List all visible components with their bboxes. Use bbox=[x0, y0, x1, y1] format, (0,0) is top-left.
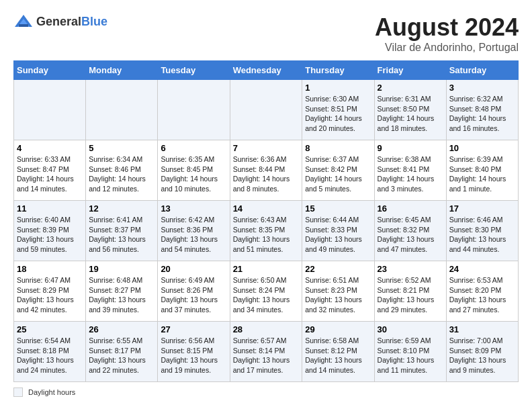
calendar-day-cell: 10Sunrise: 6:39 AMSunset: 8:40 PMDayligh… bbox=[446, 140, 518, 201]
day-of-week-header: Saturday bbox=[446, 61, 518, 80]
day-info: Sunrise: 6:49 AMSunset: 8:26 PMDaylight:… bbox=[161, 275, 226, 315]
calendar-week-row: 25Sunrise: 6:54 AMSunset: 8:18 PMDayligh… bbox=[14, 322, 519, 382]
day-of-week-header: Monday bbox=[86, 61, 158, 80]
day-info: Sunrise: 6:37 AMSunset: 8:42 PMDaylight:… bbox=[305, 154, 371, 194]
calendar-day-cell: 12Sunrise: 6:41 AMSunset: 8:37 PMDayligh… bbox=[86, 201, 158, 261]
day-info: Sunrise: 6:47 AMSunset: 8:29 PMDaylight:… bbox=[17, 275, 83, 315]
calendar-day-cell: 5Sunrise: 6:34 AMSunset: 8:46 PMDaylight… bbox=[86, 140, 158, 201]
day-info: Sunrise: 6:42 AMSunset: 8:36 PMDaylight:… bbox=[161, 215, 226, 255]
day-number: 28 bbox=[233, 324, 300, 334]
day-info: Sunrise: 6:36 AMSunset: 8:44 PMDaylight:… bbox=[233, 154, 300, 194]
day-number: 13 bbox=[161, 203, 226, 214]
logo-icon bbox=[13, 13, 34, 30]
legend-label: Daylight hours bbox=[28, 388, 75, 396]
calendar-day-cell: 19Sunrise: 6:48 AMSunset: 8:27 PMDayligh… bbox=[86, 261, 158, 322]
day-number: 14 bbox=[233, 203, 300, 214]
calendar-day-cell: 16Sunrise: 6:45 AMSunset: 8:32 PMDayligh… bbox=[374, 201, 446, 261]
day-info: Sunrise: 6:40 AMSunset: 8:39 PMDaylight:… bbox=[17, 215, 83, 255]
day-info: Sunrise: 6:31 AMSunset: 8:50 PMDaylight:… bbox=[378, 94, 443, 134]
day-of-week-header: Sunday bbox=[14, 61, 86, 80]
day-info: Sunrise: 6:57 AMSunset: 8:14 PMDaylight:… bbox=[233, 336, 300, 375]
day-number: 26 bbox=[89, 324, 154, 334]
calendar-day-cell: 3Sunrise: 6:32 AMSunset: 8:48 PMDaylight… bbox=[446, 80, 518, 140]
day-number: 2 bbox=[378, 83, 443, 93]
day-info: Sunrise: 6:45 AMSunset: 8:32 PMDaylight:… bbox=[378, 215, 443, 255]
day-number: 23 bbox=[378, 264, 443, 274]
day-info: Sunrise: 6:55 AMSunset: 8:17 PMDaylight:… bbox=[89, 336, 154, 375]
day-number: 19 bbox=[89, 264, 154, 274]
day-number: 15 bbox=[305, 203, 371, 214]
day-number: 8 bbox=[305, 143, 371, 153]
day-info: Sunrise: 6:44 AMSunset: 8:33 PMDaylight:… bbox=[305, 215, 371, 255]
day-info: Sunrise: 6:51 AMSunset: 8:23 PMDaylight:… bbox=[305, 275, 371, 315]
calendar-day-cell: 22Sunrise: 6:51 AMSunset: 8:23 PMDayligh… bbox=[302, 261, 374, 322]
day-of-week-header: Thursday bbox=[302, 61, 374, 80]
day-info: Sunrise: 6:38 AMSunset: 8:41 PMDaylight:… bbox=[378, 154, 443, 194]
day-info: Sunrise: 6:52 AMSunset: 8:21 PMDaylight:… bbox=[378, 275, 443, 315]
day-info: Sunrise: 6:34 AMSunset: 8:46 PMDaylight:… bbox=[89, 154, 154, 194]
day-info: Sunrise: 6:58 AMSunset: 8:12 PMDaylight:… bbox=[305, 336, 371, 375]
calendar-day-cell: 28Sunrise: 6:57 AMSunset: 8:14 PMDayligh… bbox=[230, 322, 302, 382]
logo-general: General bbox=[36, 15, 81, 28]
calendar-day-cell: 13Sunrise: 6:42 AMSunset: 8:36 PMDayligh… bbox=[158, 201, 230, 261]
calendar-day-cell bbox=[230, 80, 302, 140]
calendar-day-cell: 21Sunrise: 6:50 AMSunset: 8:24 PMDayligh… bbox=[230, 261, 302, 322]
day-of-week-header: Tuesday bbox=[158, 61, 230, 80]
day-number: 20 bbox=[161, 264, 226, 274]
svg-rect-2 bbox=[19, 24, 28, 27]
day-info: Sunrise: 6:56 AMSunset: 8:15 PMDaylight:… bbox=[161, 336, 226, 375]
calendar-day-cell: 30Sunrise: 6:59 AMSunset: 8:10 PMDayligh… bbox=[374, 322, 446, 382]
day-number: 21 bbox=[233, 264, 300, 274]
legend-box bbox=[13, 387, 23, 397]
calendar-day-cell bbox=[14, 80, 86, 140]
day-number: 10 bbox=[449, 143, 515, 153]
day-number: 16 bbox=[378, 203, 443, 214]
day-info: Sunrise: 6:53 AMSunset: 8:20 PMDaylight:… bbox=[449, 275, 515, 315]
day-number: 27 bbox=[161, 324, 226, 334]
day-number: 30 bbox=[378, 324, 443, 334]
calendar-week-row: 11Sunrise: 6:40 AMSunset: 8:39 PMDayligh… bbox=[14, 201, 519, 261]
day-number: 18 bbox=[17, 264, 83, 274]
day-of-week-header: Friday bbox=[374, 61, 446, 80]
calendar-day-cell: 9Sunrise: 6:38 AMSunset: 8:41 PMDaylight… bbox=[374, 140, 446, 201]
day-info: Sunrise: 6:30 AMSunset: 8:51 PMDaylight:… bbox=[305, 94, 371, 134]
calendar-day-cell: 27Sunrise: 6:56 AMSunset: 8:15 PMDayligh… bbox=[158, 322, 230, 382]
calendar-day-cell: 24Sunrise: 6:53 AMSunset: 8:20 PMDayligh… bbox=[446, 261, 518, 322]
day-number: 6 bbox=[161, 143, 226, 153]
calendar-day-cell: 17Sunrise: 6:46 AMSunset: 8:30 PMDayligh… bbox=[446, 201, 518, 261]
calendar-day-cell: 15Sunrise: 6:44 AMSunset: 8:33 PMDayligh… bbox=[302, 201, 374, 261]
day-number: 12 bbox=[89, 203, 154, 214]
day-info: Sunrise: 6:54 AMSunset: 8:18 PMDaylight:… bbox=[17, 336, 83, 375]
calendar-day-cell: 31Sunrise: 7:00 AMSunset: 8:09 PMDayligh… bbox=[446, 322, 518, 382]
day-info: Sunrise: 6:43 AMSunset: 8:35 PMDaylight:… bbox=[233, 215, 300, 255]
day-info: Sunrise: 6:39 AMSunset: 8:40 PMDaylight:… bbox=[449, 154, 515, 194]
day-number: 31 bbox=[449, 324, 515, 334]
day-info: Sunrise: 6:33 AMSunset: 8:47 PMDaylight:… bbox=[17, 154, 83, 194]
day-number: 24 bbox=[449, 264, 515, 274]
calendar-day-cell: 7Sunrise: 6:36 AMSunset: 8:44 PMDaylight… bbox=[230, 140, 302, 201]
day-number: 1 bbox=[305, 83, 371, 93]
day-info: Sunrise: 6:41 AMSunset: 8:37 PMDaylight:… bbox=[89, 215, 154, 255]
day-number: 4 bbox=[17, 143, 83, 153]
day-of-week-header: Wednesday bbox=[230, 61, 302, 80]
calendar-day-cell: 1Sunrise: 6:30 AMSunset: 8:51 PMDaylight… bbox=[302, 80, 374, 140]
day-info: Sunrise: 7:00 AMSunset: 8:09 PMDaylight:… bbox=[449, 336, 515, 375]
day-number: 3 bbox=[449, 83, 515, 93]
calendar: SundayMondayTuesdayWednesdayThursdayFrid… bbox=[13, 60, 519, 382]
location: Vilar de Andorinho, Portugal bbox=[375, 42, 519, 54]
day-info: Sunrise: 6:35 AMSunset: 8:45 PMDaylight:… bbox=[161, 154, 226, 194]
day-info: Sunrise: 6:46 AMSunset: 8:30 PMDaylight:… bbox=[449, 215, 515, 255]
calendar-header-row: SundayMondayTuesdayWednesdayThursdayFrid… bbox=[14, 61, 519, 80]
calendar-day-cell: 2Sunrise: 6:31 AMSunset: 8:50 PMDaylight… bbox=[374, 80, 446, 140]
calendar-day-cell bbox=[86, 80, 158, 140]
calendar-day-cell: 11Sunrise: 6:40 AMSunset: 8:39 PMDayligh… bbox=[14, 201, 86, 261]
calendar-day-cell: 18Sunrise: 6:47 AMSunset: 8:29 PMDayligh… bbox=[14, 261, 86, 322]
day-number: 11 bbox=[17, 203, 83, 214]
calendar-day-cell: 4Sunrise: 6:33 AMSunset: 8:47 PMDaylight… bbox=[14, 140, 86, 201]
calendar-day-cell bbox=[158, 80, 230, 140]
day-info: Sunrise: 6:32 AMSunset: 8:48 PMDaylight:… bbox=[449, 94, 515, 134]
legend: Daylight hours bbox=[13, 387, 519, 397]
calendar-day-cell: 26Sunrise: 6:55 AMSunset: 8:17 PMDayligh… bbox=[86, 322, 158, 382]
day-number: 9 bbox=[378, 143, 443, 153]
day-info: Sunrise: 6:48 AMSunset: 8:27 PMDaylight:… bbox=[89, 275, 154, 315]
